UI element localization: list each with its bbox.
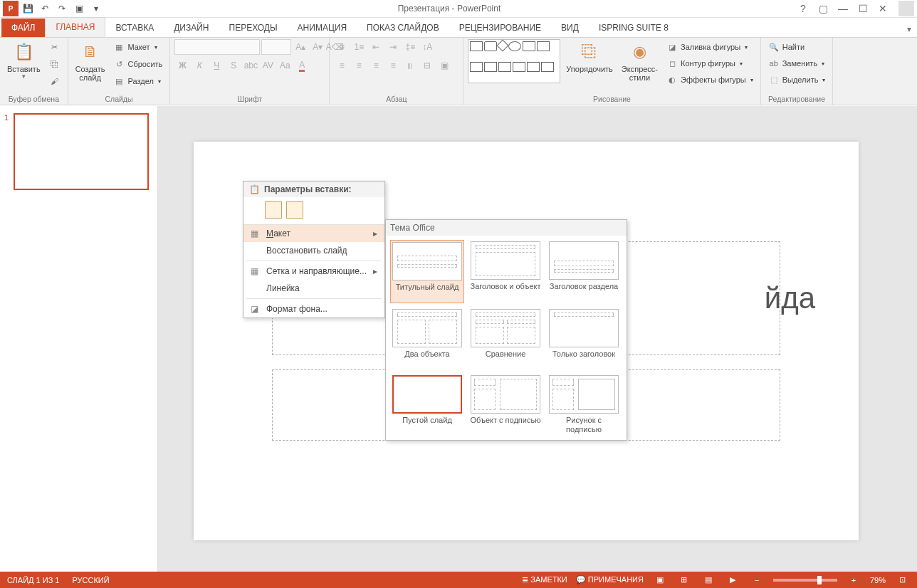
zoom-level[interactable]: 79% xyxy=(870,576,886,584)
tab-transitions[interactable]: ПЕРЕХОДЫ xyxy=(219,19,288,37)
new-slide-button[interactable]: 🗎 Создать слайд xyxy=(73,39,108,83)
replace-button[interactable]: abЗаменить▾ xyxy=(765,56,829,71)
normal-view-icon[interactable]: ▣ xyxy=(652,574,668,587)
ribbon-collapse-icon[interactable]: ▾ xyxy=(901,21,917,37)
font-size-combo[interactable] xyxy=(261,39,291,55)
status-language[interactable]: РУССКИЙ xyxy=(72,576,109,584)
decrease-font-icon[interactable]: A▾ xyxy=(310,39,325,55)
undo-icon[interactable]: ↶ xyxy=(37,1,53,16)
redo-icon[interactable]: ↷ xyxy=(54,1,70,16)
start-from-beginning-icon[interactable]: ▣ xyxy=(71,1,87,16)
line-spacing-icon[interactable]: ‡≡ xyxy=(402,39,418,55)
shapes-gallery[interactable] xyxy=(468,39,560,83)
layout-comparison[interactable]: Сравнение xyxy=(468,308,543,369)
tab-design[interactable]: ДИЗАЙН xyxy=(164,19,219,37)
bold-icon[interactable]: Ж xyxy=(174,58,190,73)
justify-icon[interactable]: ≡ xyxy=(385,58,401,73)
bullets-icon[interactable]: ≡ xyxy=(334,39,350,55)
context-menu: 📋 Параметры вставки: ▦ Макет ▸ Восстанов… xyxy=(243,181,385,318)
decrease-indent-icon[interactable]: ⇤ xyxy=(368,39,384,55)
help-icon[interactable]: ? xyxy=(795,1,812,16)
layout-button[interactable]: ▦Макет▾ xyxy=(110,39,165,55)
context-layout[interactable]: ▦ Макет ▸ xyxy=(243,225,384,242)
layout-picture-caption[interactable]: Рисунок с подписью xyxy=(547,374,621,436)
slideshow-view-icon[interactable]: ▶ xyxy=(725,574,740,587)
tab-home[interactable]: ГЛАВНАЯ xyxy=(45,17,105,37)
layout-title-slide[interactable]: Титульный слайд xyxy=(390,240,464,303)
slide-sorter-view-icon[interactable]: ⊞ xyxy=(676,574,692,587)
minimize-icon[interactable]: — xyxy=(834,1,852,16)
save-icon[interactable]: 💾 xyxy=(20,1,36,16)
layout-section-header[interactable]: Заголовок раздела xyxy=(547,240,621,303)
change-case-icon[interactable]: Aa xyxy=(277,58,293,73)
select-button[interactable]: ⬚Выделить▾ xyxy=(765,72,829,88)
section-button[interactable]: ▤Раздел▾ xyxy=(110,73,165,89)
align-center-icon[interactable]: ≡ xyxy=(351,58,367,73)
italic-icon[interactable]: К xyxy=(192,58,207,73)
zoom-out-icon[interactable]: − xyxy=(749,574,765,587)
align-text-icon[interactable]: ⊟ xyxy=(419,58,435,73)
paste-button[interactable]: 📋 Вставить ▼ xyxy=(4,39,43,81)
slide-thumbnail-1[interactable] xyxy=(14,113,149,190)
status-notes-button[interactable]: ≣ ЗАМЕТКИ xyxy=(522,575,567,584)
zoom-slider[interactable] xyxy=(773,579,837,582)
user-avatar[interactable] xyxy=(898,1,914,16)
char-spacing-icon[interactable]: AV xyxy=(260,58,276,73)
status-slide-count[interactable]: СЛАЙД 1 ИЗ 1 xyxy=(7,576,59,584)
layout-title-only[interactable]: Только заголовок xyxy=(547,308,621,369)
underline-icon[interactable]: Ч xyxy=(209,58,224,73)
context-separator xyxy=(246,261,382,261)
ribbon-display-options-icon[interactable]: ▢ xyxy=(814,1,832,16)
layout-two-content[interactable]: Два объекта xyxy=(390,308,464,369)
context-grid-guides[interactable]: ▦ Сетка и направляющие... ▸ xyxy=(243,263,384,280)
increase-font-icon[interactable]: A▴ xyxy=(293,39,308,55)
context-ruler[interactable]: Линейка xyxy=(243,280,384,297)
shape-fill-button[interactable]: ◪Заливка фигуры▾ xyxy=(664,39,756,55)
layout-blank[interactable]: Пустой слайд xyxy=(390,374,464,436)
context-format-background[interactable]: ◪ Формат фона... xyxy=(243,300,384,317)
layout-title-content[interactable]: Заголовок и объект xyxy=(468,240,543,303)
fit-to-window-icon[interactable]: ⊡ xyxy=(894,574,910,587)
thumbnail-panel[interactable]: 1 xyxy=(0,106,158,572)
numbering-icon[interactable]: 1≡ xyxy=(351,39,367,55)
tab-file[interactable]: ФАЙЛ xyxy=(1,19,45,37)
context-restore-slide[interactable]: Восстановить слайд xyxy=(243,242,384,259)
tab-insert[interactable]: ВСТАВКА xyxy=(105,19,164,37)
shape-outline-button[interactable]: ◻Контур фигуры▾ xyxy=(664,56,756,71)
replace-icon: ab xyxy=(768,58,780,69)
tab-view[interactable]: ВИД xyxy=(551,19,589,37)
strikethrough-icon[interactable]: S xyxy=(226,58,241,73)
increase-indent-icon[interactable]: ⇥ xyxy=(385,39,401,55)
qat-customize-icon[interactable]: ▾ xyxy=(88,1,104,16)
align-right-icon[interactable]: ≡ xyxy=(368,58,384,73)
paste-picture-icon[interactable] xyxy=(286,201,303,219)
quick-styles-button[interactable]: ◉ Экспресс- стили xyxy=(619,39,661,83)
tab-ispring[interactable]: ISPRING SUITE 8 xyxy=(589,19,678,37)
arrange-button[interactable]: ⿻ Упорядочить xyxy=(563,39,615,75)
close-icon[interactable]: ✕ xyxy=(874,1,891,16)
zoom-in-icon[interactable]: + xyxy=(846,574,861,587)
status-comments-button[interactable]: 💬 ПРИМЕЧАНИЯ xyxy=(576,575,644,584)
columns-icon[interactable]: ⫼ xyxy=(402,58,418,73)
font-family-combo[interactable] xyxy=(174,39,260,55)
reading-view-icon[interactable]: ▤ xyxy=(701,574,716,587)
tab-animations[interactable]: АНИМАЦИЯ xyxy=(288,19,357,37)
reset-button[interactable]: ↺Сбросить xyxy=(110,56,165,72)
layout-content-caption[interactable]: Объект с подписью xyxy=(468,374,543,436)
font-color-icon[interactable]: A xyxy=(294,58,310,73)
format-painter-button[interactable]: 🖌 xyxy=(46,73,63,89)
copy-button[interactable]: ⿻ xyxy=(46,56,63,72)
powerpoint-icon[interactable]: P xyxy=(3,1,19,16)
tab-review[interactable]: РЕЦЕНЗИРОВАНИЕ xyxy=(449,19,551,37)
shadow-icon[interactable]: abc xyxy=(243,58,258,73)
group-slides: 🗎 Создать слайд ▦Макет▾ ↺Сбросить ▤Разде… xyxy=(68,38,171,105)
align-left-icon[interactable]: ≡ xyxy=(334,58,350,73)
maximize-icon[interactable]: ☐ xyxy=(854,1,871,16)
tab-slideshow[interactable]: ПОКАЗ СЛАЙДОВ xyxy=(357,19,449,37)
shape-effects-button[interactable]: ◐Эффекты фигуры▾ xyxy=(664,72,756,88)
cut-button[interactable]: ✂ xyxy=(46,39,63,55)
paste-use-destination-theme-icon[interactable] xyxy=(265,201,282,219)
find-button[interactable]: 🔍Найти xyxy=(765,39,829,55)
text-direction-icon[interactable]: ↕A xyxy=(419,39,435,55)
smartart-icon[interactable]: ▣ xyxy=(436,58,452,73)
